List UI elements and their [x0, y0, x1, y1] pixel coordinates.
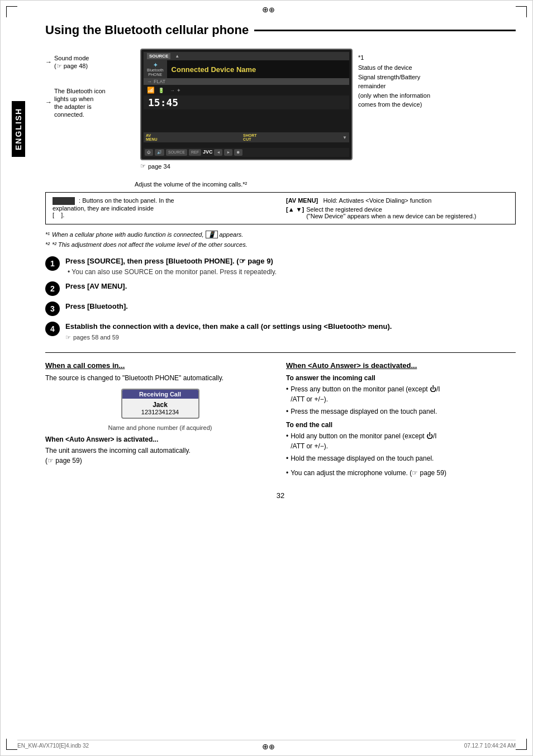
step-4-ref: ☞ pages 58 and 59 — [65, 334, 516, 341]
diagram-labels-left: Sound mode(☞ page 48) The Bluetooth icon… — [45, 49, 135, 173]
screen-source-bar: SOURCE ▲ — [144, 52, 349, 60]
step-4: 4 Establish the connection with a device… — [45, 322, 516, 341]
footer-right: 07.12.7 10:44:24 AM — [464, 743, 516, 749]
step-3-main: Press [Bluetooth]. — [65, 302, 516, 312]
incoming-call-box: Receiving Call Jack 12312341234 — [121, 389, 199, 419]
ctrl-btn-source: SOURCE — [166, 149, 187, 156]
answer-bullet-1: Press any button on the monitor panel (e… — [286, 384, 516, 404]
battery-icon: 🔋 — [158, 88, 164, 93]
corner-mark-bl — [6, 739, 17, 750]
ctrl-btn-ref: REF — [189, 149, 201, 156]
status-label: Status of the device Signal strength/Bat… — [358, 63, 448, 109]
step-circle-3: 3 — [45, 302, 60, 316]
footnote-1: *¹ When a cellular phone with audio func… — [45, 230, 516, 240]
ctrl-btn-left: ◄ — [214, 149, 222, 156]
bluetooth-icon-label: The Bluetooth iconlights up whenthe adap… — [45, 87, 135, 119]
col-left: When a call comes in... The source is ch… — [45, 361, 275, 480]
ctrl-btn-right: ► — [224, 149, 232, 156]
av-menu-label: AVMENU — [146, 133, 158, 141]
step-3: 3 Press [Bluetooth]. — [45, 302, 516, 316]
step-circle-2: 2 — [45, 281, 60, 296]
screen-flat-bar: FLAT — [144, 78, 349, 85]
adjust-note: Adjust the volume of the incoming calls.… — [135, 181, 516, 188]
receiving-call-header: Receiving Call — [122, 390, 198, 399]
answer-bullet-2: Press the message displayed on the touch… — [286, 406, 516, 417]
steps-area: 1 Press [SOURCE], then press [Bluetooth … — [45, 256, 516, 341]
short-cut-label: SHORTCUT — [243, 133, 257, 141]
device-screen: SOURCE ▲ ✦ BluetoothPHONE Connected Devi… — [140, 49, 353, 160]
caller-name: Jack — [128, 401, 193, 409]
arrow-icon — [45, 58, 52, 67]
arrow-icon-2 — [45, 98, 52, 107]
section-divider — [45, 352, 516, 353]
screen-time: 15:45 — [144, 95, 349, 109]
screen-controls: ⏻ 🔊 SOURCE REF JVC ◄ ► ⏺ — [144, 148, 349, 157]
footnote-2: *² *² This adjustment does not affect th… — [45, 240, 516, 250]
screen-status-row: 📶 🔋 → ✦ — [144, 85, 349, 95]
corner-mark-br — [516, 739, 527, 750]
jvc-label: JVC — [203, 149, 213, 156]
source-label: SOURCE — [147, 53, 170, 59]
step-circle-4: 4 — [45, 322, 60, 336]
two-column-section: When a call comes in... The source is ch… — [45, 361, 516, 480]
language-sidebar: ENGLISH — [12, 101, 25, 157]
auto-answer-active-heading: When <Auto Answer> is activated... — [45, 436, 275, 443]
step-1-sub: You can also use SOURCE on the monitor p… — [65, 268, 516, 276]
answer-call-heading: To answer the incoming call — [286, 374, 516, 382]
caller-number: 12312341234 — [128, 409, 193, 415]
end-bullet-1: Hold any button on the monitor panel (ex… — [286, 431, 516, 451]
end-bullet-2: Hold the message displayed on the touch … — [286, 453, 516, 463]
bluetooth-icon: ✦ — [153, 62, 158, 68]
step-2-main: Press [AV MENU]. — [65, 281, 516, 291]
page-title: Using the Bluetooth cellular phone — [45, 23, 516, 37]
footer-left: EN_KW-AVX710[E]4.indb 32 — [17, 743, 89, 749]
ctrl-btn-end: ⏺ — [234, 149, 242, 156]
page-number: 32 — [45, 491, 516, 500]
when-call-body: The source is changed to "Bluetooth PHON… — [45, 373, 275, 383]
sound-mode-label: Sound mode(☞ page 48) — [45, 54, 135, 70]
page34-ref: page 34 — [140, 162, 170, 170]
ref-icon: ☞ — [65, 334, 71, 341]
auto-answer-active-body: The unit answers the incoming call autom… — [45, 446, 275, 466]
info-box-right: [AV MENU] Hold: Activates <Voice Dialing… — [286, 197, 508, 219]
connected-device-name: Connected Device Name — [172, 65, 256, 74]
info-box: : Buttons on the touch panel. In theexpl… — [45, 192, 516, 224]
info-box-left: : Buttons on the touch panel. In theexpl… — [53, 197, 275, 219]
step-2: 2 Press [AV MENU]. — [45, 281, 516, 296]
ctrl-btn-2: 🔊 — [155, 149, 164, 156]
step-1-main: Press [SOURCE], then press [Bluetooth PH… — [65, 256, 516, 266]
black-rect-icon — [53, 197, 75, 205]
footnotes: *¹ When a cellular phone with audio func… — [45, 230, 516, 250]
device-diagram: Sound mode(☞ page 48) The Bluetooth icon… — [45, 49, 516, 173]
auto-answer-deact-heading: When <Auto Answer> is deactivated... — [286, 361, 516, 370]
ctrl-btn-1: ⏻ — [145, 149, 153, 156]
col-right: When <Auto Answer> is deactivated... To … — [286, 361, 516, 480]
page-ref-icon — [140, 162, 146, 170]
step-circle-1: 1 — [45, 256, 60, 271]
call-box-caption: Name and phone number (if acquired) — [45, 424, 275, 431]
diagram-labels-right: *1 Status of the device Signal strength/… — [358, 49, 448, 173]
crosshair-top: ⊕ — [262, 5, 271, 14]
bluetooth-arrow: → ✦ — [170, 88, 181, 93]
step-4-main: Establish the connection with a device, … — [65, 322, 516, 332]
corner-mark-tr — [516, 6, 527, 17]
mic-note: You can adjust the microphone volume. (☞… — [286, 468, 516, 478]
step-1: 1 Press [SOURCE], then press [Bluetooth … — [45, 256, 516, 276]
footer-bar: EN_KW-AVX710[E]4.indb 32 07.12.7 10:44:2… — [17, 740, 516, 749]
when-call-heading: When a call comes in... — [45, 361, 275, 370]
end-call-heading: To end the call — [286, 421, 516, 429]
screen-bottom-bar: AVMENU SHORTCUT ▼ — [144, 132, 349, 142]
title-line — [254, 30, 516, 31]
signal-icon: 📶 — [147, 87, 155, 94]
call-box-container: Receiving Call Jack 12312341234 Name and… — [45, 389, 275, 431]
corner-mark-tl — [6, 6, 17, 17]
